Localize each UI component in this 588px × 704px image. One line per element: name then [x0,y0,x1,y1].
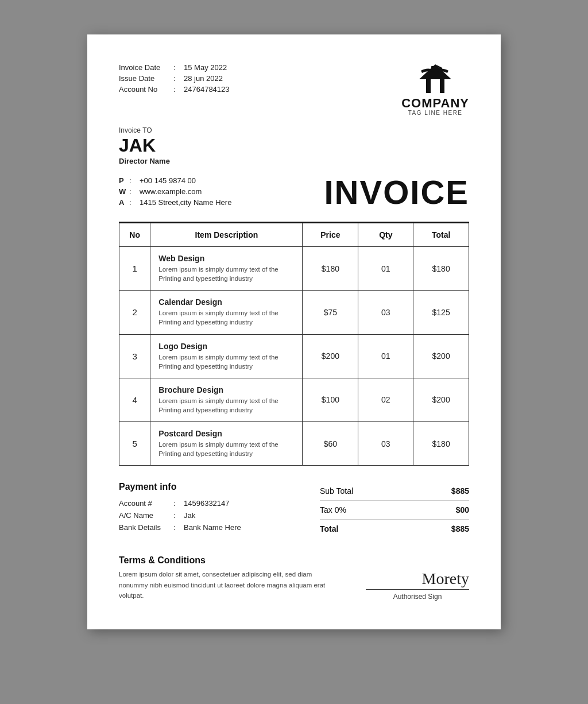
payment-row: Bank Details : Bank Name Here [119,523,320,532]
cell-price: $180 [303,247,358,291]
cell-no: 2 [119,291,150,334]
item-title: Web Design [158,254,294,263]
terms-title: Terms & Conditions [119,555,331,566]
pay-label: Account # [119,499,173,508]
address-row: A : 1415 Street,city Name Here [119,198,231,207]
col-header-price: Price [303,223,358,247]
terms-section: Terms & Conditions Lorem ipsum dolor sit… [119,555,331,601]
col-header-no: No [119,223,150,247]
phone-key: P [119,176,129,185]
invoice-to-section: Invoice TO JAK Director Name [119,126,469,165]
address-value: 1415 Street,city Name Here [140,198,231,207]
sign-line [366,589,469,590]
subtotal-label: Sub Total [320,486,353,496]
cell-no: 3 [119,334,150,378]
address-sep: : [129,198,140,207]
item-desc: Lorem ipsum is simply dummy text of the … [158,308,294,327]
cell-desc: Calendar Design Lorem ipsum is simply du… [150,291,303,334]
cell-price: $60 [303,421,358,465]
totals-section: Sub Total $885 Tax 0% $00 Total $885 [320,482,469,538]
pay-label: A/C Name [119,511,173,520]
payment-info: Payment info Account # : 14596332147 A/C… [119,482,320,535]
contact-section: P : +00 145 9874 00 W : www.example.com … [119,176,469,209]
tax-value: $00 [456,505,469,515]
invoice-paper: Invoice Date : 15 May 2022 Issue Date : … [87,34,501,629]
web-key: W [119,187,129,196]
sign-name: Morety [366,570,469,588]
cell-desc: Web Design Lorem ipsum is simply dummy t… [150,247,303,291]
account-no-value: 24764784123 [184,85,230,94]
cell-total: $125 [413,291,469,334]
address-key: A [119,198,129,207]
invoice-date-row: Invoice Date : 15 May 2022 [119,63,230,72]
item-title: Postcard Design [158,429,294,438]
total-row: Total $885 [320,520,469,538]
footer-section: Payment info Account # : 14596332147 A/C… [119,482,469,538]
issue-date-label: Issue Date [119,74,173,83]
sign-section: Morety Authorised Sign [366,570,469,601]
table-row: 2 Calendar Design Lorem ipsum is simply … [119,291,469,334]
cell-qty: 02 [358,378,413,421]
logo-area: COMPANY TAG LINE HERE [401,63,469,116]
subtotal-row: Sub Total $885 [320,482,469,501]
cell-qty: 01 [358,247,413,291]
phone-value: +00 145 9874 00 [140,176,196,185]
issue-date-value: 28 jun 2022 [184,74,223,83]
item-title: Brochure Design [158,385,294,394]
bottom-footer: Terms & Conditions Lorem ipsum dolor sit… [119,538,469,601]
cell-desc: Postcard Design Lorem ipsum is simply du… [150,421,303,465]
total-value: $885 [451,524,469,533]
cell-qty: 03 [358,291,413,334]
pay-colon: : [173,523,184,532]
cell-desc: Brochure Design Lorem ipsum is simply du… [150,378,303,421]
web-sep: : [129,187,140,196]
company-tagline: TAG LINE HERE [408,110,463,116]
total-label: Total [320,524,338,533]
contact-left: P : +00 145 9874 00 W : www.example.com … [119,176,231,209]
header-left: Invoice Date : 15 May 2022 Issue Date : … [119,63,230,96]
issue-date-row: Issue Date : 28 jun 2022 [119,74,230,83]
pay-colon: : [173,511,184,520]
phone-sep: : [129,176,140,185]
table-row: 1 Web Design Lorem ipsum is simply dummy… [119,247,469,291]
pay-value: Jak [184,511,195,520]
cell-qty: 01 [358,334,413,378]
item-title: Logo Design [158,342,294,351]
cell-no: 4 [119,378,150,421]
tax-row: Tax 0% $00 [320,501,469,520]
col-header-total: Total [413,223,469,247]
director-name: Director Name [119,157,469,165]
client-name: JAK [119,136,469,156]
table-row: 4 Brochure Design Lorem ipsum is simply … [119,378,469,421]
invoice-to-label: Invoice TO [119,126,469,134]
invoice-title: INVOICE [324,176,470,209]
item-title: Calendar Design [158,297,294,307]
cell-no: 5 [119,421,150,465]
cell-price: $200 [303,334,358,378]
svg-rect-1 [434,66,436,79]
cell-total: $200 [413,378,469,421]
cell-total: $180 [413,421,469,465]
company-name: COMPANY [401,97,469,110]
company-logo-icon [418,63,452,95]
header-section: Invoice Date : 15 May 2022 Issue Date : … [119,63,469,116]
payment-fields: Account # : 14596332147 A/C Name : Jak B… [119,499,320,532]
account-no-row: Account No : 24764784123 [119,85,230,94]
colon1: : [173,63,184,72]
cell-no: 1 [119,247,150,291]
payment-row: A/C Name : Jak [119,511,320,520]
account-no-label: Account No [119,85,173,94]
col-header-desc: Item Description [150,223,303,247]
subtotal-value: $885 [451,486,469,496]
invoice-date-value: 15 May 2022 [184,63,227,72]
item-desc: Lorem ipsum is simply dummy text of the … [158,396,294,415]
pay-label: Bank Details [119,523,173,532]
web-value: www.example.com [140,187,202,196]
phone-row: P : +00 145 9874 00 [119,176,231,185]
table-row: 5 Postcard Design Lorem ipsum is simply … [119,421,469,465]
pay-value: Bank Name Here [184,523,241,532]
tax-label: Tax 0% [320,505,346,515]
cell-desc: Logo Design Lorem ipsum is simply dummy … [150,334,303,378]
item-desc: Lorem ipsum is simply dummy text of the … [158,265,294,283]
terms-text: Lorem ipsum dolor sit amet, consectetuer… [119,569,331,601]
